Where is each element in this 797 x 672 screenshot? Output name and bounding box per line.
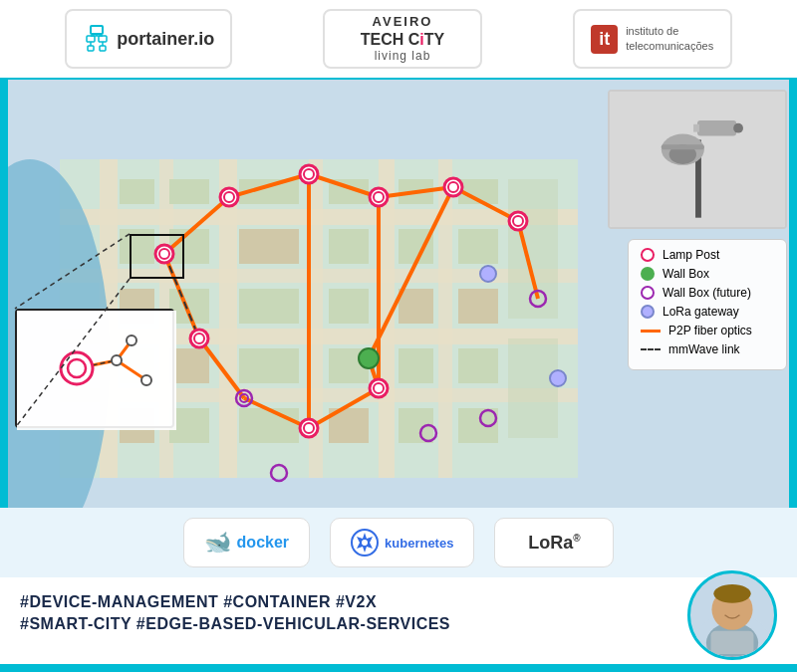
kubernetes-icon bbox=[351, 529, 379, 557]
svg-line-57 bbox=[309, 174, 379, 197]
svg-rect-7 bbox=[88, 46, 94, 51]
lora-logo-box: LoRa® bbox=[494, 518, 614, 567]
legend-dot-lora bbox=[641, 305, 655, 319]
svg-point-113 bbox=[141, 375, 151, 385]
it-text: instituto de telecomunicações bbox=[626, 24, 713, 55]
aveiro-text: AVEIRO TECH CiTY living lab bbox=[361, 14, 444, 63]
zoom-inset-svg bbox=[17, 311, 176, 430]
docker-label: docker bbox=[237, 534, 289, 552]
svg-line-61 bbox=[199, 338, 244, 398]
zoom-box-indicator bbox=[130, 234, 184, 279]
camera-image bbox=[608, 90, 787, 229]
map-section: Lamp Post Wall Box Wall Box (future) LoR… bbox=[0, 80, 797, 508]
svg-point-82 bbox=[190, 330, 208, 347]
bottom-bar bbox=[0, 664, 797, 672]
legend-wall-box: Wall Box bbox=[641, 267, 774, 281]
legend-lora: LoRa gateway bbox=[641, 305, 774, 319]
legend-dashed-mmwave bbox=[641, 348, 661, 350]
svg-point-95 bbox=[480, 266, 496, 282]
svg-line-63 bbox=[309, 388, 379, 428]
hashtag-line2: #SMART-CITY #EDGE-BASED-VEHICULAR-SERVIC… bbox=[20, 615, 777, 633]
docker-logo-box: 🐋 docker bbox=[183, 518, 310, 567]
svg-point-78 bbox=[444, 178, 462, 196]
svg-point-118 bbox=[362, 540, 368, 546]
svg-line-58 bbox=[379, 187, 453, 197]
legend-wall-box-future: Wall Box (future) bbox=[641, 286, 774, 300]
map-left-bar bbox=[0, 80, 8, 508]
svg-line-62 bbox=[244, 398, 309, 428]
aveiro-logo-box: AVEIRO TECH CiTY living lab bbox=[323, 9, 482, 69]
legend-lamp-post: Lamp Post bbox=[641, 248, 774, 262]
svg-rect-102 bbox=[697, 120, 736, 136]
legend-fiber: P2P fiber optics bbox=[641, 324, 774, 337]
kubernetes-logo-box: kubernetes bbox=[330, 518, 474, 567]
legend-label-lora: LoRa gateway bbox=[663, 305, 739, 319]
tech-bar: 🐋 docker kubernetes LoRa® bbox=[0, 508, 797, 577]
svg-point-122 bbox=[713, 584, 750, 603]
svg-point-84 bbox=[300, 419, 318, 437]
zoom-inset bbox=[15, 309, 174, 428]
legend-label-fiber: P2P fiber optics bbox=[668, 324, 752, 337]
legend-label-mmwave: mmWave link bbox=[668, 342, 740, 356]
legend-dot-wallbox bbox=[641, 267, 655, 281]
legend-label-wallbox-future: Wall Box (future) bbox=[663, 286, 751, 300]
it-line1: instituto de bbox=[626, 24, 713, 39]
legend-dot-lamp bbox=[641, 248, 655, 262]
hashtag-line1: #DEVICE-MANAGEMENT #CONTAINER #V2X bbox=[20, 593, 777, 611]
svg-point-110 bbox=[61, 352, 93, 384]
legend-dot-wallbox-future bbox=[641, 286, 655, 300]
legend-mmwave: mmWave link bbox=[641, 342, 774, 356]
portainer-logo: portainer.io bbox=[83, 24, 214, 54]
it-logo-box: it instituto de telecomunicações bbox=[573, 9, 732, 69]
aveiro-line2: TECH CiTY bbox=[361, 30, 444, 49]
it-badge: it bbox=[591, 25, 618, 54]
top-bar: portainer.io AVEIRO TECH CiTY living lab… bbox=[0, 0, 797, 80]
svg-point-96 bbox=[550, 370, 566, 386]
svg-line-68 bbox=[518, 221, 538, 299]
legend-label-wallbox: Wall Box bbox=[663, 267, 709, 281]
svg-line-56 bbox=[229, 174, 309, 197]
lora-label: LoRa® bbox=[528, 533, 580, 554]
svg-point-86 bbox=[370, 379, 388, 397]
portainer-logo-box: portainer.io bbox=[65, 9, 232, 69]
map-legend: Lamp Post Wall Box Wall Box (future) LoR… bbox=[628, 239, 787, 370]
svg-point-112 bbox=[112, 355, 122, 365]
svg-rect-1 bbox=[87, 36, 95, 42]
legend-label-lamp: Lamp Post bbox=[663, 248, 719, 262]
person-svg bbox=[690, 570, 774, 657]
svg-rect-105 bbox=[17, 311, 176, 430]
camera-svg bbox=[610, 90, 785, 229]
svg-rect-101 bbox=[662, 144, 704, 149]
svg-point-114 bbox=[127, 336, 136, 345]
aveiro-line3: living lab bbox=[361, 49, 444, 63]
map-right-bar bbox=[789, 80, 797, 508]
svg-point-74 bbox=[300, 165, 318, 183]
it-logo: it instituto de telecomunicações bbox=[591, 24, 713, 55]
svg-line-59 bbox=[453, 187, 518, 221]
kubernetes-label: kubernetes bbox=[385, 536, 453, 551]
svg-point-92 bbox=[420, 425, 436, 441]
it-line2: telecomunicações bbox=[626, 39, 713, 54]
hashtag-bar: #DEVICE-MANAGEMENT #CONTAINER #V2X #SMAR… bbox=[0, 577, 797, 652]
svg-point-88 bbox=[359, 348, 379, 368]
svg-rect-2 bbox=[99, 36, 107, 42]
svg-rect-8 bbox=[100, 46, 106, 51]
aveiro-line1: AVEIRO bbox=[361, 14, 444, 30]
svg-point-80 bbox=[509, 212, 527, 230]
docker-whale-icon: 🐋 bbox=[204, 530, 231, 556]
portainer-label: portainer.io bbox=[117, 29, 214, 50]
person-avatar bbox=[687, 570, 777, 660]
svg-rect-123 bbox=[711, 630, 754, 653]
svg-point-72 bbox=[220, 188, 238, 206]
svg-point-76 bbox=[370, 188, 388, 206]
svg-point-91 bbox=[271, 465, 287, 481]
svg-line-65 bbox=[369, 187, 453, 358]
legend-line-fiber bbox=[641, 330, 661, 333]
svg-rect-0 bbox=[91, 26, 103, 34]
main-container: portainer.io AVEIRO TECH CiTY living lab… bbox=[0, 0, 797, 672]
svg-point-93 bbox=[480, 410, 496, 426]
svg-point-103 bbox=[733, 123, 743, 133]
portainer-icon bbox=[83, 24, 111, 54]
svg-rect-104 bbox=[693, 124, 699, 132]
